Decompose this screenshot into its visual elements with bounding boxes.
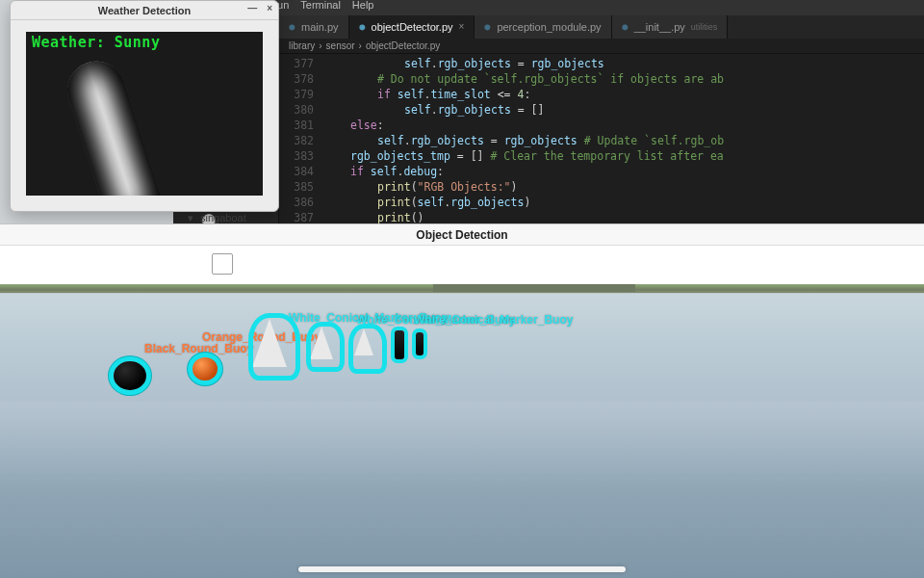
vscode-editor: ⬤main.py⬤objectDetector.py×⬤perception_m… xyxy=(279,15,924,225)
detected-cone-marker xyxy=(252,319,287,367)
window-title: Weather Detection xyxy=(98,5,191,16)
editor-tab[interactable]: ⬤__init__.pyutilities xyxy=(612,15,729,39)
vscode-menubar: tion View Go Run Terminal Help xyxy=(173,0,924,15)
python-file-icon: ⬤ xyxy=(289,23,295,30)
editor-tabstrip: ⬤main.py⬤objectDetector.py×⬤perception_m… xyxy=(279,15,924,39)
window-titlebar[interactable]: Object Detection xyxy=(0,224,924,246)
detection-label: Black_Round_Buoy xyxy=(144,342,253,355)
python-file-icon: ⬤ xyxy=(484,23,491,30)
home-indicator xyxy=(298,566,626,572)
tree-item-label: singaboat xyxy=(200,212,246,223)
weather-overlay-text: Weather: Sunny xyxy=(32,34,160,51)
breadcrumb-item[interactable]: sensor xyxy=(326,40,355,51)
detected-marker xyxy=(395,330,404,359)
detection-scene: Black_Round_Buoy Orange_Round_Buoy White… xyxy=(0,284,924,578)
editor-tab[interactable]: ⬤perception_module.py xyxy=(475,15,611,39)
close-icon[interactable]: × xyxy=(267,3,272,13)
object-detection-window: Object Detection Black_Round_Buoy Orange… xyxy=(0,223,924,578)
vscode-window: tion View Go Run Terminal Help ⋯ ache__e… xyxy=(173,0,924,225)
window-title: Object Detection xyxy=(416,228,507,242)
editor-tab[interactable]: ⬤main.py xyxy=(279,15,349,39)
scene-pillar xyxy=(60,54,166,196)
chevron-right-icon: › xyxy=(319,40,321,51)
detected-cone-marker xyxy=(354,328,373,355)
tab-label: __init__.py xyxy=(634,21,685,33)
code-content[interactable]: self.rgb_objects = rgb_objects# Do not u… xyxy=(323,54,924,225)
python-file-icon: ⬤ xyxy=(622,23,629,30)
line-gutter: 377378379380381382383384385386387 xyxy=(279,54,323,225)
tab-hint: utilities xyxy=(691,22,718,32)
tab-label: main.py xyxy=(301,21,339,33)
detection-label: White_Conical_Marker_Buoy xyxy=(414,313,573,327)
menu-item[interactable]: Help xyxy=(352,0,374,11)
python-file-icon: ⬤ xyxy=(359,23,366,30)
breadcrumb-item[interactable]: objectDetector.py xyxy=(366,40,440,51)
minimize-icon[interactable]: — xyxy=(247,3,257,13)
close-icon[interactable]: × xyxy=(459,21,465,32)
detected-cone-marker xyxy=(310,327,333,359)
weather-camera-view: Weather: Sunny xyxy=(26,32,263,196)
detected-black-buoy xyxy=(114,361,146,390)
breadcrumb-item[interactable]: library xyxy=(289,40,315,51)
editor-tab[interactable]: ⬤objectDetector.py× xyxy=(349,15,475,39)
toggle-checkbox[interactable] xyxy=(212,253,233,275)
detected-orange-buoy xyxy=(192,357,218,381)
chevron-right-icon: › xyxy=(359,40,362,51)
window-titlebar[interactable]: Weather Detection — × xyxy=(11,1,278,20)
tab-label: perception_module.py xyxy=(497,21,601,33)
shoreline xyxy=(433,284,635,292)
weather-detection-window[interactable]: Weather Detection — × Weather: Sunny xyxy=(10,0,279,212)
code-area[interactable]: 377378379380381382383384385386387 self.r… xyxy=(279,54,924,225)
detected-marker xyxy=(416,332,424,355)
tab-label: objectDetector.py xyxy=(372,21,453,33)
editor-breadcrumb[interactable]: library › sensor › objectDetector.py xyxy=(279,39,924,54)
menu-item[interactable]: Terminal xyxy=(300,0,341,11)
